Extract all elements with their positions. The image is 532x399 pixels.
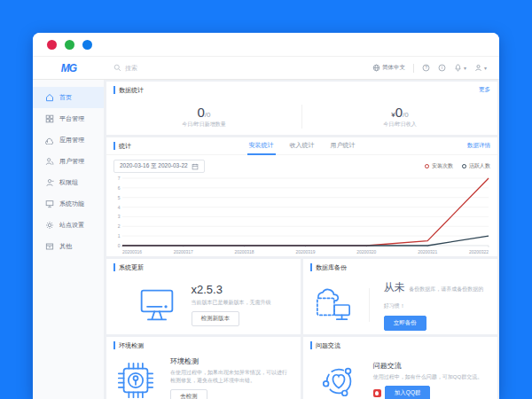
legend-install-count[interactable]: 安装次数 bbox=[425, 162, 453, 170]
stat-new-count: 0/0 今日/昨日新增数量 bbox=[106, 105, 301, 129]
stat-income: ¥0/0 今日/昨日收入 bbox=[301, 105, 497, 129]
system-update-card: 系统更新 x2.5.3 当前版本已是最新版本，无需升级 检测新版本 bbox=[106, 259, 301, 334]
check-update-button[interactable]: 检测新版本 bbox=[192, 311, 240, 326]
stat-label: 今日/昨日收入 bbox=[302, 121, 497, 129]
sidebar-item-users[interactable]: 用户管理 bbox=[33, 151, 104, 172]
svg-text:3: 3 bbox=[118, 214, 121, 219]
window-titlebar bbox=[33, 33, 499, 56]
legend-marker bbox=[462, 164, 466, 168]
svg-text:20200316: 20200316 bbox=[122, 249, 142, 254]
db-backup-card: 数据库备份 从未 备份数据库，请养成备份数据的好习惯！ 立即备份 bbox=[303, 259, 497, 334]
stat-value: 0 bbox=[197, 105, 204, 120]
monitor-icon bbox=[45, 200, 54, 208]
backup-status: 从未 bbox=[384, 281, 405, 293]
svg-text:20200318: 20200318 bbox=[235, 249, 254, 254]
svg-text:20200317: 20200317 bbox=[174, 249, 193, 254]
sidebar-item-apps[interactable]: 应用管理 bbox=[33, 129, 104, 151]
community-heart-icon bbox=[318, 360, 359, 399]
search-placeholder: 搜索 bbox=[125, 64, 137, 73]
bell-icon bbox=[454, 64, 462, 72]
legend-marker bbox=[425, 164, 429, 168]
qq-icon bbox=[373, 389, 381, 397]
app-header: MG 搜索 简体中文 ? i ▾ ▾ bbox=[33, 56, 499, 80]
chart-area: 0123456720200316202003172020031820200319… bbox=[106, 174, 497, 256]
statistics-panel: 统计 安装统计 收入统计 用户统计 数据详情 2020-03-16 至 2020… bbox=[106, 137, 497, 256]
data-detail-link[interactable]: 数据详情 bbox=[467, 142, 490, 150]
divider bbox=[369, 288, 370, 322]
env-desc: 在使用过程中，如果出现未知异常情况，可以进行检测修复，避免在线上环境中出错。 bbox=[170, 369, 292, 385]
chip-icon bbox=[115, 360, 156, 399]
svg-text:7: 7 bbox=[118, 176, 121, 181]
language-switcher[interactable]: 简体中文 bbox=[372, 64, 405, 72]
notifications-menu[interactable]: ▾ bbox=[454, 64, 466, 72]
svg-text:i: i bbox=[442, 66, 442, 70]
home-icon bbox=[45, 93, 54, 102]
svg-text:2: 2 bbox=[118, 223, 121, 229]
browser-window: MG 搜索 简体中文 ? i ▾ ▾ bbox=[33, 33, 499, 399]
divider bbox=[413, 64, 414, 73]
svg-text:5: 5 bbox=[118, 195, 121, 200]
sidebar: 首页 平台管理 应用管理 用户管理 权限组 系统功能 bbox=[33, 80, 105, 399]
close-window-button[interactable] bbox=[47, 40, 57, 50]
svg-text:20200320: 20200320 bbox=[356, 249, 376, 254]
date-range-value: 2020-03-16 至 2020-03-22 bbox=[120, 162, 188, 170]
qq-heading: 问题交流 bbox=[373, 361, 482, 371]
backup-now-button[interactable]: 立即备份 bbox=[384, 316, 426, 331]
search-icon bbox=[113, 64, 121, 72]
main-content: 数据统计 更多 0/0 今日/昨日新增数量 ¥0/0 今日/昨日收入 bbox=[105, 80, 499, 399]
svg-text:6: 6 bbox=[118, 185, 121, 191]
sidebar-item-other[interactable]: 其他 bbox=[33, 236, 104, 257]
sidebar-item-home[interactable]: 首页 bbox=[33, 87, 104, 108]
user-menu[interactable]: ▾ bbox=[474, 64, 487, 72]
sidebar-item-label: 权限组 bbox=[59, 178, 78, 187]
chevron-down-icon: ▾ bbox=[464, 65, 466, 71]
svg-text:20200319: 20200319 bbox=[295, 249, 315, 254]
legend-label: 活跃人数 bbox=[469, 162, 490, 170]
current-version: x2.5.3 bbox=[192, 283, 271, 296]
sidebar-item-label: 站点设置 bbox=[59, 221, 84, 230]
minimize-window-button[interactable] bbox=[65, 40, 74, 50]
monitor-big-icon bbox=[137, 286, 177, 324]
date-range-picker[interactable]: 2020-03-16 至 2020-03-22 bbox=[113, 160, 205, 173]
env-heading: 环境检测 bbox=[170, 356, 292, 366]
stat-value: 0 bbox=[395, 105, 403, 120]
stat-label: 今日/昨日新增数量 bbox=[106, 121, 301, 129]
overview-panel: 数据统计 更多 0/0 今日/昨日新增数量 ¥0/0 今日/昨日收入 bbox=[106, 82, 497, 135]
stat-suffix: /0 bbox=[205, 111, 211, 119]
svg-text:4: 4 bbox=[118, 205, 121, 210]
svg-text:20200322: 20200322 bbox=[469, 249, 489, 254]
tab-install-stats[interactable]: 安装统计 bbox=[247, 137, 276, 155]
header-actions: 简体中文 ? i ▾ ▾ bbox=[372, 64, 499, 73]
card-title: 环境检测 bbox=[113, 341, 144, 349]
sidebar-item-label: 平台管理 bbox=[59, 114, 84, 123]
info-button[interactable]: i bbox=[438, 64, 446, 72]
role-icon bbox=[45, 178, 54, 187]
overview-more-link[interactable]: 更多 bbox=[479, 86, 490, 94]
run-check-button[interactable]: 去检测 bbox=[170, 389, 207, 399]
sidebar-item-system[interactable]: 系统功能 bbox=[33, 193, 104, 215]
line-chart[interactable]: 0123456720200316202003172020031820200319… bbox=[112, 175, 492, 256]
legend-active-users[interactable]: 活跃人数 bbox=[462, 162, 490, 170]
language-label: 简体中文 bbox=[382, 64, 405, 72]
sidebar-item-label: 用户管理 bbox=[59, 157, 84, 166]
global-search-input[interactable]: 搜索 bbox=[105, 64, 372, 73]
sidebar-item-label: 应用管理 bbox=[59, 136, 84, 145]
qq-group-card: 问题交流 问题交流 使用过程中，如有什么问题，可加QQ群交流。 加入QQ群 bbox=[303, 337, 497, 399]
maximize-window-button[interactable] bbox=[82, 40, 92, 50]
stat-suffix: /0 bbox=[403, 111, 409, 119]
tab-income-stats[interactable]: 收入统计 bbox=[288, 137, 317, 155]
svg-text:1: 1 bbox=[118, 233, 121, 239]
help-button[interactable]: ? bbox=[422, 64, 430, 72]
join-qq-button[interactable]: 加入QQ群 bbox=[385, 386, 431, 399]
app-logo[interactable]: MG bbox=[33, 62, 105, 74]
tab-user-stats[interactable]: 用户统计 bbox=[329, 137, 357, 155]
sidebar-item-settings[interactable]: 站点设置 bbox=[33, 215, 104, 236]
card-title: 系统更新 bbox=[113, 263, 144, 271]
sidebar-item-label: 其他 bbox=[59, 242, 72, 251]
card-title: 数据库备份 bbox=[310, 263, 347, 271]
sidebar-item-platform[interactable]: 平台管理 bbox=[33, 108, 104, 129]
sidebar-item-label: 系统功能 bbox=[59, 200, 84, 208]
sidebar-item-roles[interactable]: 权限组 bbox=[33, 172, 104, 193]
platform-icon bbox=[45, 114, 54, 123]
svg-text:20200321: 20200321 bbox=[418, 249, 437, 254]
